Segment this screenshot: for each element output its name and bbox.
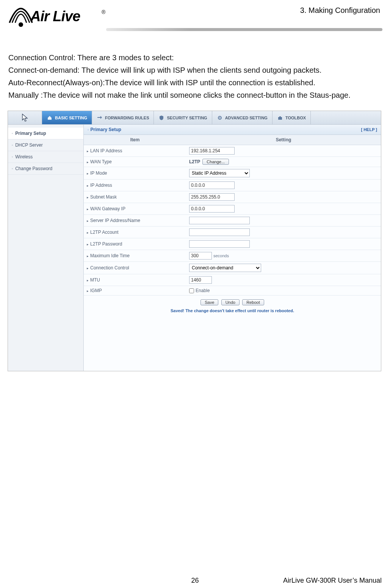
- sidebar-item-change-password[interactable]: ◦ Change Password: [8, 163, 83, 175]
- caret-icon: ▸: [87, 172, 89, 175]
- action-row: Save Undo Reboot: [84, 296, 381, 307]
- bullet-icon: ◦: [12, 131, 13, 135]
- tab-forwarding-rules[interactable]: FORWARDING RULES: [92, 111, 154, 124]
- caret-icon: ▸: [87, 266, 89, 270]
- sidebar-item-primary-setup[interactable]: ◦ Primary Setup: [8, 128, 83, 139]
- caret-icon: ▸: [87, 219, 89, 223]
- tab-toolbox[interactable]: TOOLBOX: [273, 111, 311, 124]
- row-label: IGMP: [90, 288, 102, 293]
- caret-icon: ▸: [87, 195, 89, 199]
- table-row: ▸L2TP Password: [84, 238, 381, 250]
- bullet-icon: ◦: [12, 155, 13, 159]
- server-ip-input[interactable]: [189, 217, 250, 224]
- svg-point-2: [219, 117, 220, 118]
- igmp-enable-checkbox[interactable]: [189, 288, 194, 293]
- undo-button[interactable]: Undo: [221, 299, 240, 305]
- l2tp-password-input[interactable]: [189, 240, 250, 248]
- house-icon: [47, 115, 53, 121]
- wan-gateway-input[interactable]: [189, 205, 235, 213]
- max-idle-input[interactable]: [189, 252, 212, 260]
- ui-main-panel: ▫Primary Setup [ HELP ] Item Setting ▸LA…: [84, 125, 381, 371]
- table-row: ▸Subnet Mask: [84, 191, 381, 203]
- table-row: ▸IP Address: [84, 180, 381, 191]
- chapter-title: 3. Making Configuration: [300, 4, 382, 15]
- caret-icon: ▸: [87, 160, 89, 164]
- l2tp-account-input[interactable]: [189, 228, 250, 236]
- shield-icon: [158, 115, 164, 121]
- table-row: ▸WAN Type L2TPChange...: [84, 157, 381, 167]
- table-row: ▸Connection Control Connect-on-demand: [84, 262, 381, 274]
- wan-type-text: L2TP: [189, 159, 200, 164]
- subnet-mask-input[interactable]: [189, 193, 235, 201]
- caret-icon: ▸: [87, 254, 89, 258]
- sidebar-item-label: DHCP Server: [15, 142, 42, 148]
- ip-mode-select[interactable]: Static IP Address: [189, 169, 250, 177]
- col-setting: Setting: [186, 135, 381, 145]
- caret-icon: ▸: [87, 278, 89, 282]
- tab-label: BASIC SETTING: [55, 116, 87, 120]
- row-label: IP Address: [90, 183, 112, 188]
- arrows-icon: [97, 115, 103, 121]
- tab-basic-setting[interactable]: BASIC SETTING: [42, 111, 92, 124]
- table-row: ▸L2TP Account: [84, 227, 381, 238]
- sidebar-item-label: Primary Setup: [15, 131, 46, 136]
- row-label: Connection Control: [90, 265, 129, 271]
- sidebar-item-label: Change Password: [15, 166, 52, 171]
- caret-icon: ▸: [87, 184, 89, 188]
- change-wan-type-button[interactable]: Change...: [202, 159, 229, 165]
- table-row: ▸Server IP Address/Name: [84, 215, 381, 227]
- manual-name: AirLive GW-300R User’s Manual: [283, 577, 382, 585]
- bullet-icon: ◦: [12, 167, 13, 170]
- svg-rect-4: [279, 116, 281, 117]
- igmp-enable-label: Enable: [196, 288, 210, 293]
- panel-title-text: ▫Primary Setup: [88, 127, 121, 132]
- sidebar-item-label: Wireless: [15, 154, 33, 160]
- caret-icon: ▸: [87, 207, 89, 211]
- logo-text: Air Live: [30, 8, 80, 25]
- row-label: WAN Gateway IP: [90, 206, 125, 211]
- table-row: ▸WAN Gateway IP: [84, 203, 381, 215]
- row-label: IP Mode: [90, 170, 107, 176]
- ui-body: ◦ Primary Setup ◦ DHCP Server ◦ Wireless…: [8, 125, 381, 371]
- connection-control-select[interactable]: Connect-on-demand: [189, 264, 261, 272]
- sidebar-item-dhcp-server[interactable]: ◦ DHCP Server: [8, 139, 83, 151]
- table-row: ▸MTU: [84, 274, 381, 286]
- tab-label: ADVANCED SETTING: [225, 116, 268, 120]
- caret-icon: ▸: [87, 149, 89, 153]
- reboot-button[interactable]: Reboot: [242, 299, 264, 305]
- tab-security-setting[interactable]: SECURITY SETTING: [154, 111, 212, 124]
- tab-label: TOOLBOX: [285, 116, 306, 120]
- help-link[interactable]: [ HELP ]: [361, 127, 377, 132]
- cursor-cell: [8, 111, 42, 124]
- row-label: WAN Type: [90, 159, 112, 164]
- save-button[interactable]: Save: [200, 299, 218, 305]
- square-icon: ▫: [88, 128, 89, 132]
- router-ui-frame: BASIC SETTING FORWARDING RULES SECURITY …: [8, 111, 381, 371]
- row-label: Maximum Idle Time: [90, 253, 130, 258]
- gear-icon: [217, 115, 223, 121]
- ip-address-input[interactable]: [189, 181, 235, 189]
- panel-title-bar: ▫Primary Setup [ HELP ]: [84, 125, 381, 135]
- page-number: 26: [191, 577, 199, 585]
- row-label: Subnet Mask: [90, 194, 117, 200]
- sidebar-item-wireless[interactable]: ◦ Wireless: [8, 151, 83, 163]
- svg-rect-3: [278, 117, 282, 120]
- row-label: L2TP Password: [90, 241, 122, 247]
- table-row: ▸LAN IP Address: [84, 145, 381, 157]
- caret-icon: ▸: [87, 289, 89, 293]
- header-divider: [106, 28, 382, 31]
- tab-advanced-setting[interactable]: ADVANCED SETTING: [212, 111, 273, 124]
- lan-ip-input[interactable]: [189, 147, 235, 155]
- ui-top-tabs: BASIC SETTING FORWARDING RULES SECURITY …: [8, 111, 381, 125]
- mtu-input[interactable]: [189, 276, 212, 284]
- col-item: Item: [84, 135, 186, 145]
- caret-icon: ▸: [87, 242, 89, 246]
- toolbox-icon: [277, 115, 283, 121]
- table-row: ▸IGMP Enable: [84, 286, 381, 296]
- config-table: Item Setting ▸LAN IP Address ▸WAN Type L…: [84, 135, 381, 296]
- table-header-row: Item Setting: [84, 135, 381, 145]
- brand-logo: Air Live ®: [8, 4, 106, 34]
- caret-icon: ▸: [87, 231, 89, 235]
- bullet-icon: ◦: [12, 143, 13, 147]
- panel-title-label: Primary Setup: [91, 127, 121, 132]
